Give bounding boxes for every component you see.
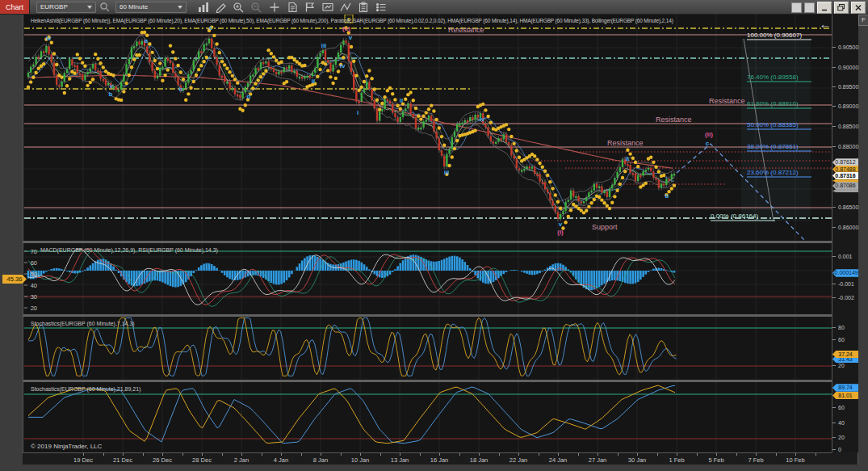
zone-label: Support [592,223,618,231]
candle-body [237,95,238,97]
flag-icon[interactable] [302,1,318,13]
candle-body [77,65,78,74]
time-tick [736,453,737,456]
sar-dot [621,176,624,179]
time-label: 22 Jan [509,456,528,464]
candle-body [245,87,246,93]
candle-body [557,212,559,219]
candle-body [322,50,324,53]
candle-body [430,116,432,121]
candle-body [420,128,421,130]
chart-trader-icon[interactable] [320,1,336,13]
report-icon[interactable] [284,1,300,13]
candle-body [314,68,316,73]
data-grid-icon[interactable] [355,1,371,13]
sar-dot [610,201,614,204]
candle-body [187,74,189,83]
candle-body [448,149,450,154]
search-icon[interactable] [97,1,113,13]
sar-dot [169,44,172,47]
sar-dot [551,187,554,190]
time-axis[interactable]: 19 Dec21 Dec26 Dec28 Dec2 Jan4 Jan8 Jan1… [23,452,832,465]
time-tick [123,453,124,456]
time-label: 18 Jan [470,456,489,464]
zoom-in-icon[interactable] [231,1,247,13]
crosshair-icon[interactable] [266,1,283,13]
window-extra-button[interactable] [791,2,802,13]
price-axis[interactable]: 0.905000.900000.895000.890000.885000.880… [832,14,858,452]
fib-band [741,39,811,221]
minimize-button[interactable] [817,2,832,14]
fib-label: 23.60% (0.87212) [747,169,799,176]
time-tick [459,453,460,456]
candle-body [523,169,525,171]
candle-body [229,82,230,89]
fixed-scale-button[interactable]: F [858,15,868,26]
candle-body [459,124,460,126]
back-arrow-icon[interactable]: ← [820,17,832,31]
candle-body [278,72,279,75]
chart-tab[interactable]: Chart [0,0,30,14]
candle-body [216,57,217,65]
sar-dot [150,51,153,54]
candle-body [637,175,639,181]
indicator-label: Stochastics(EURGBP (60 Minute),7,14,3) [31,321,135,327]
sar-dot [509,135,513,138]
sar-dot [275,59,278,62]
chart-style-icon[interactable] [195,1,212,13]
sar-dot [52,52,56,55]
restore-button[interactable] [834,2,849,14]
zigzag-icon[interactable] [338,1,354,13]
time-tick [262,453,262,456]
candle-body [131,47,132,59]
candle-body [97,70,99,73]
chart-canvas[interactable]: 100.00% (0.90607)76.40% (0.89558)61.80% … [23,14,832,452]
sar-dot [254,82,257,85]
sar-dot [161,79,164,82]
indicator-label: MACD(EURGBP (60 Minute),12,26,9), RSI(EU… [40,247,218,254]
sar-dot [331,82,334,85]
properties-icon[interactable] [373,1,389,13]
candle-body [195,59,197,61]
sar-dot [421,114,425,117]
candle-body [539,174,540,182]
candle-body [353,72,354,90]
sar-dot [567,215,570,218]
candle-body [40,51,42,57]
candle-body [185,82,187,88]
sar-dot [393,98,396,101]
interval-selector[interactable]: 60 Minute [115,2,187,13]
sar-dot [473,128,476,132]
time-tick [598,453,598,456]
sar-dot [42,62,45,65]
time-tick [83,453,84,456]
candle-body [234,88,236,95]
candle-body [402,111,404,117]
sar-dot [399,107,402,111]
candle-body [609,188,610,197]
instrument-value: EURGBP [40,3,82,11]
sar-dot [404,98,407,101]
sar-dot [158,61,161,65]
instrument-selector[interactable]: EURGBP [36,2,96,13]
sar-dot [434,118,438,121]
close-icon[interactable] [851,2,866,14]
wave-label: a [145,37,149,44]
macd-tick: -0.002 [832,294,858,301]
wave-label: ii [312,78,315,85]
sar-dot [623,170,627,173]
sar-dot [120,99,123,102]
candle-body [286,67,287,69]
zoom-out-icon[interactable] [249,1,265,13]
candle-body [154,71,156,78]
chevron-down-icon [87,6,92,9]
candle-body [358,101,359,103]
wave-label: iv [340,62,346,69]
fib-label: 61.80% (0.88910) [747,100,799,107]
wave-label: a [626,155,630,162]
candle-body [668,179,669,181]
drawing-tools-icon[interactable] [213,1,229,13]
window-extra-button[interactable] [804,2,815,13]
candle-body [384,99,385,109]
candle-body [461,123,463,125]
